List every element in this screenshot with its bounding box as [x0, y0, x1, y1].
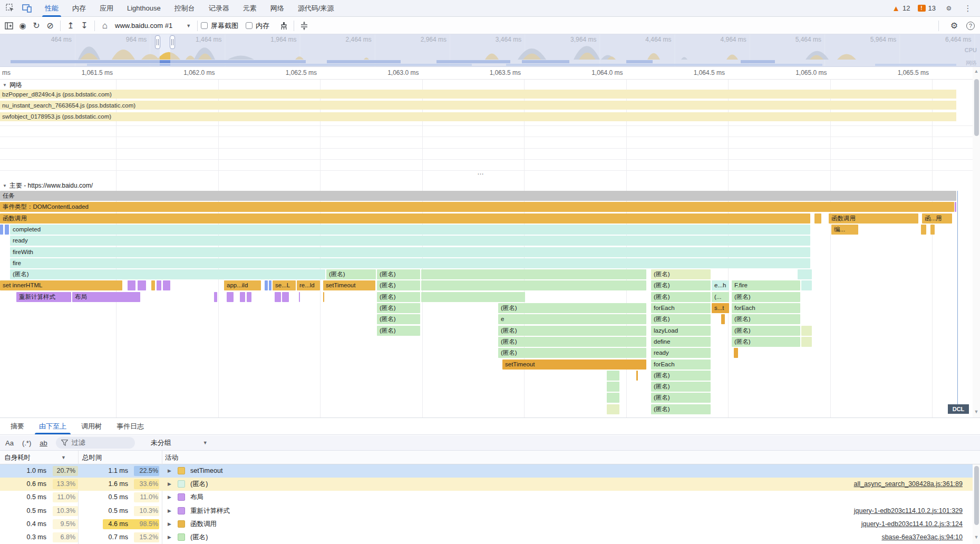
tab-元素[interactable]: 元素: [236, 0, 264, 17]
flame-bar[interactable]: (匿名): [651, 404, 711, 414]
flame-bar[interactable]: [214, 292, 217, 302]
inspect-element-icon[interactable]: [4, 3, 16, 14]
main-thread-header[interactable]: ▼主要 - https://www.baidu.com/: [0, 181, 93, 190]
flame-bar[interactable]: [5, 225, 9, 235]
match-case-icon[interactable]: Aa: [5, 439, 14, 447]
reload-record-icon[interactable]: ↻: [30, 20, 43, 32]
toggle-sidebar-icon[interactable]: [2, 20, 16, 32]
flame-bar[interactable]: (...: [712, 292, 729, 302]
flame-bar[interactable]: 函数调用: [0, 213, 810, 224]
memory-checkbox-box[interactable]: [246, 22, 253, 29]
flame-bar[interactable]: (匿名): [377, 326, 420, 336]
flame-bar[interactable]: set innerHTML: [0, 280, 122, 290]
flame-bar[interactable]: (匿名): [732, 292, 800, 302]
flame-bar[interactable]: forEach: [651, 360, 711, 370]
flame-bar[interactable]: app...ild: [224, 280, 261, 290]
flame-bar[interactable]: 事件类型：DOMContentLoaded: [0, 202, 954, 212]
save-profile-icon[interactable]: ↧: [77, 20, 91, 32]
flame-bar[interactable]: fireWith: [10, 247, 810, 257]
match-whole-word-icon[interactable]: ab: [40, 439, 47, 447]
tab-Lighthouse[interactable]: Lighthouse: [120, 0, 168, 17]
settings-gear-icon[interactable]: ⚙: [943, 3, 955, 14]
flame-bar[interactable]: 重新计算样式: [16, 292, 71, 302]
flame-bar[interactable]: 编...: [831, 225, 858, 235]
details-tab-调用树[interactable]: 调用树: [74, 418, 109, 434]
flame-bar[interactable]: define: [651, 337, 711, 347]
flame-bar[interactable]: (匿名): [326, 269, 376, 279]
collapse-sections-icon[interactable]: [297, 20, 311, 32]
details-tab-事件日志[interactable]: 事件日志: [109, 418, 151, 434]
flame-bar[interactable]: (匿名): [10, 269, 325, 279]
flame-bar[interactable]: [955, 202, 956, 212]
flame-bar[interactable]: [265, 280, 268, 290]
flame-bar[interactable]: (匿名): [377, 303, 420, 313]
flame-bar[interactable]: (匿名): [377, 314, 420, 324]
flame-bar[interactable]: ready: [651, 348, 711, 358]
flame-bar[interactable]: [157, 280, 161, 290]
flame-bar[interactable]: setTimeout: [502, 360, 646, 370]
network-request-row[interactable]: bzPopper_d8249c4.js (pss.bdstatic.com): [0, 90, 956, 99]
table-row[interactable]: 0.3 ms6.8%0.7 ms15.2%▶(匿名)sbase-6ea37ee3…: [0, 531, 973, 544]
flame-bar[interactable]: [801, 337, 812, 347]
selection-handle-right[interactable]: [170, 35, 175, 49]
details-tab-摘要[interactable]: 摘要: [3, 418, 32, 434]
flame-bar[interactable]: [151, 280, 155, 290]
flame-bar[interactable]: [421, 280, 646, 290]
home-icon[interactable]: ⌂: [98, 20, 112, 32]
help-icon[interactable]: ?: [966, 22, 975, 30]
regex-icon[interactable]: (.*): [22, 439, 31, 447]
scrollbar-thumb[interactable]: [974, 79, 979, 136]
timeline-overview[interactable]: CPU 网络 464 ms964 ms1,464 ms1,964 ms2,464…: [0, 34, 980, 67]
flame-bar[interactable]: (匿名): [651, 314, 711, 324]
details-tab-由下至上[interactable]: 由下至上: [32, 418, 74, 434]
flame-bar[interactable]: [607, 382, 619, 392]
network-request-row[interactable]: swfobject_0178953.js (pss.bdstatic.com): [0, 112, 956, 121]
flame-bar[interactable]: (匿名): [651, 269, 711, 279]
column-activity[interactable]: 活动: [165, 451, 178, 464]
flame-bar[interactable]: [921, 225, 926, 235]
flame-bar[interactable]: [607, 393, 619, 403]
capture-settings-gear-icon[interactable]: ⚙: [947, 20, 961, 32]
flame-bar[interactable]: [421, 269, 646, 279]
tab-性能[interactable]: 性能: [38, 0, 65, 17]
flame-bar[interactable]: [607, 404, 619, 414]
flame-bar[interactable]: (匿名): [651, 393, 711, 403]
flame-bar[interactable]: [323, 292, 324, 302]
flame-bar[interactable]: [240, 292, 245, 302]
issues-badge[interactable]: ! 13: [918, 4, 936, 12]
flame-bar[interactable]: [421, 292, 525, 302]
selection-handle-left[interactable]: [155, 35, 160, 49]
device-toolbar-icon[interactable]: [21, 3, 33, 14]
flame-bar[interactable]: (匿名): [651, 292, 711, 302]
flame-bar[interactable]: forEach: [651, 303, 711, 313]
flame-bar[interactable]: (匿名): [651, 382, 711, 392]
source-location-link[interactable]: jquery-1-edb203c114.10.2.js:101:329: [741, 504, 963, 518]
load-profile-icon[interactable]: ↥: [64, 20, 77, 32]
flame-bar[interactable]: (匿名): [732, 314, 800, 324]
screenshot-checkbox-box[interactable]: [201, 22, 208, 29]
record-icon[interactable]: ◉: [16, 20, 30, 32]
table-scroll-down-arrow[interactable]: ▼: [973, 535, 980, 540]
column-total-time[interactable]: 总时间: [82, 451, 102, 464]
expand-triangle-icon[interactable]: ▶: [168, 464, 171, 478]
flame-bar[interactable]: [798, 269, 812, 279]
timeline-content[interactable]: ▼网络bzPopper_d8249c4.js (pss.bdstatic.com…: [0, 80, 973, 417]
flame-bar[interactable]: [299, 292, 300, 302]
flame-bar[interactable]: e...h: [712, 280, 729, 290]
flame-bar[interactable]: 函...用: [922, 213, 952, 224]
tab-内存[interactable]: 内存: [65, 0, 93, 17]
flame-bar[interactable]: [814, 213, 821, 224]
flame-bar[interactable]: [275, 292, 281, 302]
flame-bar[interactable]: se...L: [273, 280, 296, 290]
flame-bar[interactable]: [734, 348, 738, 358]
flame-bar[interactable]: 任务: [0, 191, 956, 201]
expand-triangle-icon[interactable]: ▶: [168, 531, 171, 544]
flame-bar[interactable]: [282, 292, 289, 302]
warnings-badge[interactable]: ▲ 12: [892, 4, 910, 12]
tab-记录器[interactable]: 记录器: [202, 0, 236, 17]
expand-triangle-icon[interactable]: ▶: [168, 491, 171, 504]
flame-bar[interactable]: 布局: [72, 292, 140, 302]
flame-bar[interactable]: [721, 314, 725, 324]
tab-应用[interactable]: 应用: [93, 0, 120, 17]
flame-bar[interactable]: 函数调用: [829, 213, 918, 224]
